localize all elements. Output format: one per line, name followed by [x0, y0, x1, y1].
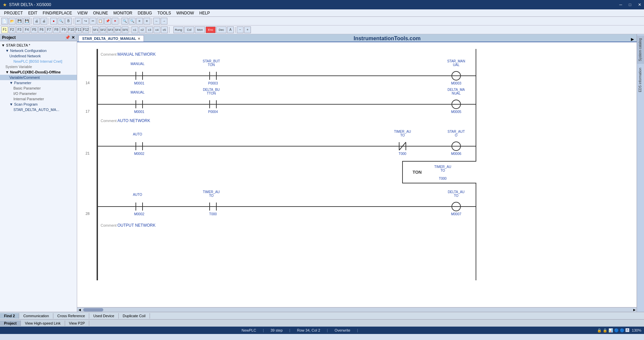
menu-monitor[interactable]: MONITOR	[111, 10, 135, 16]
tb2-3[interactable]: F3	[16, 26, 23, 33]
tb-b3[interactable]: ≡	[144, 18, 150, 24]
tb-save[interactable]: 💾	[16, 18, 23, 24]
menu-debug[interactable]: DEBUG	[135, 10, 155, 16]
tb-del[interactable]: ✕	[112, 18, 118, 24]
tab-scroll-right[interactable]: ▶	[630, 37, 635, 42]
tb-save2[interactable]: 💾	[23, 18, 30, 24]
tree-item-2[interactable]: Undefined Network	[0, 53, 77, 59]
tab-star-delta[interactable]: STAR_DELTA_AUTO_MANUAL ✕	[78, 35, 144, 42]
tree-item-12[interactable]: STAR_DELTA_AUTO_MA...	[0, 107, 77, 112]
tree-item-10[interactable]: Internal Parameter	[0, 96, 77, 102]
communication-tab[interactable]: Communication	[19, 313, 53, 319]
tb2-enc[interactable]: Enc	[206, 26, 216, 33]
tb2-c2[interactable]: c2	[139, 26, 146, 33]
tb-find[interactable]: 🔍	[121, 18, 128, 24]
svg-text:21: 21	[86, 151, 90, 155]
tb2-7[interactable]: F7	[46, 26, 52, 33]
tb2-sf5[interactable]: SF5	[122, 26, 128, 33]
system-catalog-tab[interactable]: System catalog	[637, 36, 644, 64]
tb2-2[interactable]: F2	[9, 26, 15, 33]
h-scroll-left[interactable]: ◀	[77, 308, 82, 311]
view-highspeed-tab[interactable]: View High-speed Link	[21, 321, 65, 326]
tb2-dec[interactable]: Dec	[216, 26, 226, 33]
tree-item-5[interactable]: ▼ NewPLC(XBC-DxxxE)-Offline	[0, 69, 77, 75]
menu-view[interactable]: VIEW	[75, 10, 91, 16]
tree-item-7[interactable]: ▼ Parameter	[0, 80, 77, 86]
tb2-sf1[interactable]: SF1	[92, 26, 99, 33]
tb2-5[interactable]: F5	[31, 26, 38, 33]
maximize-btn[interactable]: □	[629, 2, 631, 7]
tree-item-6[interactable]: Variable/Comment	[0, 75, 77, 80]
tb2-c3[interactable]: c3	[146, 26, 153, 33]
tb2-c1[interactable]: c1	[131, 26, 138, 33]
tb2-rung[interactable]: Rung	[173, 26, 183, 33]
view-p2p-tab[interactable]: View P2P	[65, 321, 90, 326]
menu-edit[interactable]: EDIT	[25, 10, 40, 16]
tb2-mon[interactable]: Mon	[195, 26, 205, 33]
tb-cut[interactable]: ✂	[90, 18, 96, 24]
menu-tools[interactable]: TOOLS	[155, 10, 173, 16]
tb-arrow-left[interactable]: ←	[153, 18, 160, 24]
tb-copy[interactable]: 📋	[97, 18, 104, 24]
tb2-sf4[interactable]: SF4	[114, 26, 121, 33]
close-btn[interactable]: ✕	[638, 2, 641, 7]
tb2-9[interactable]: F9	[60, 26, 67, 33]
tb2-a1[interactable]: A	[227, 26, 234, 33]
tree-item-8[interactable]: Basic Parameter	[0, 86, 77, 91]
menu-help[interactable]: HELP	[197, 10, 212, 16]
menu-find-replace[interactable]: FIND/REPLACE	[40, 10, 74, 16]
tb2-zoom-out[interactable]: −	[237, 26, 244, 33]
tb-paste[interactable]: 📌	[104, 18, 111, 24]
duplicate-coil-tab[interactable]: Duplicate Coil	[119, 313, 150, 319]
tb2-c4[interactable]: c4	[154, 26, 160, 33]
project-tab[interactable]: Project	[0, 321, 21, 326]
tb2-12[interactable]: F12	[83, 26, 89, 33]
minimize-btn[interactable]: ─	[619, 2, 622, 7]
tb2-zoom-in[interactable]: +	[244, 26, 251, 33]
tb-b2[interactable]: ≡	[136, 18, 143, 24]
tb-undo[interactable]: ↩	[75, 18, 82, 24]
tb-circle[interactable]: ●	[50, 18, 57, 24]
menu-window[interactable]: WINDOW	[174, 10, 197, 16]
tb2-4[interactable]: F4	[23, 26, 30, 33]
tb-redo[interactable]: ↪	[82, 18, 89, 24]
tb-zoom[interactable]: 🔍	[58, 18, 64, 24]
h-scroll-thumb[interactable]	[83, 308, 103, 311]
tb2-c5[interactable]: c5	[161, 26, 168, 33]
tb2-1[interactable]: F1	[1, 26, 8, 33]
tb-find2[interactable]: 🔍	[129, 18, 136, 24]
tb-open[interactable]: 📂	[9, 18, 15, 24]
tb2-sf3[interactable]: SF3	[107, 26, 114, 33]
tb2-6[interactable]: F6	[38, 26, 45, 33]
tree-item-4[interactable]: System Variable	[0, 64, 77, 69]
ladder-canvas[interactable]: Comment MANUAL NETWORK 14 MANUAL M0001 S…	[77, 42, 637, 307]
tb-arrow-right[interactable]: →	[161, 18, 167, 24]
status-sep1: |	[263, 328, 264, 332]
tb2-col[interactable]: Col	[184, 26, 194, 33]
find-tab[interactable]: Find 2	[0, 313, 19, 319]
tb2-11[interactable]: F11	[75, 26, 82, 33]
tree-item-0[interactable]: ▼ STAR DELTA *	[0, 43, 77, 48]
h-scroll-right[interactable]: ▶	[632, 308, 637, 311]
tb-b1[interactable]: B	[65, 18, 72, 24]
tb2-8[interactable]: F8	[53, 26, 60, 33]
h-scrollbar[interactable]: ◀ ▶	[77, 307, 637, 312]
tree-item-9[interactable]: I/O Parameter	[0, 91, 77, 96]
cross-reference-tab[interactable]: Cross Reference	[53, 313, 90, 319]
tab-close-1[interactable]: ✕	[138, 37, 140, 41]
tb-new[interactable]: 📄	[1, 18, 8, 24]
eds-info-tab[interactable]: EDS information	[637, 65, 644, 95]
status-mode: Overwrite	[334, 328, 350, 332]
pin-icon[interactable]: 📌	[65, 35, 70, 40]
tree-item-3[interactable]: NewPLC [B0S0 Internal Cnet]	[0, 59, 77, 64]
tb-print2[interactable]: 🖨	[41, 18, 47, 24]
tree-item-11[interactable]: ▼ Scan Program	[0, 102, 77, 107]
tb-print[interactable]: 🖨	[33, 18, 40, 24]
tb2-10[interactable]: F10	[68, 26, 74, 33]
used-device-tab[interactable]: Used Device	[89, 313, 118, 319]
tree-item-1[interactable]: ▼ Network Configuration	[0, 48, 77, 53]
menu-project[interactable]: PROJECT	[1, 10, 25, 16]
tb2-sf2[interactable]: SF2	[100, 26, 106, 33]
close-panel-icon[interactable]: ✕	[71, 35, 75, 40]
menu-online[interactable]: ONLINE	[90, 10, 111, 16]
